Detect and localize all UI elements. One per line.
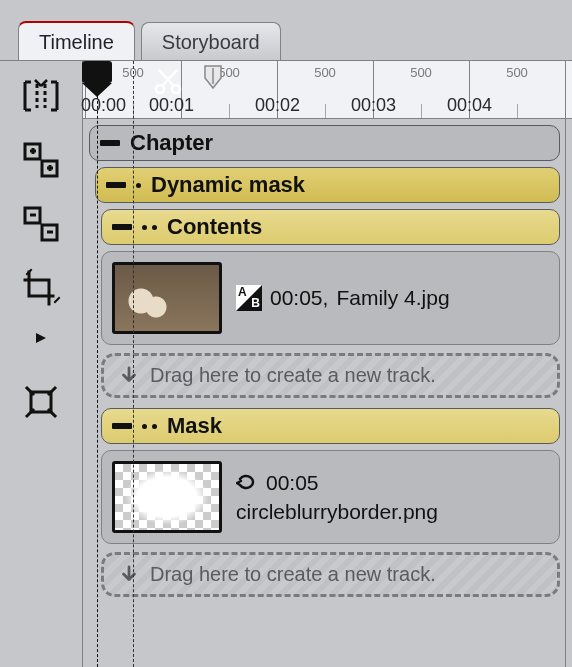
crop-tool[interactable]	[20, 267, 62, 309]
tab-storyboard[interactable]: Storyboard	[141, 22, 281, 60]
ruler-major-label: 00:03	[351, 95, 396, 116]
transition-icon: B	[236, 285, 262, 311]
clip-filename: Family 4.jpg	[336, 283, 449, 312]
clip-filename: circleblurryborder.png	[236, 497, 438, 526]
scissors-icon[interactable]	[153, 66, 183, 100]
zoom-out-all-tool[interactable]	[20, 203, 62, 245]
collapse-icon[interactable]	[106, 182, 126, 188]
ruler-major-label: 00:04	[447, 95, 492, 116]
clip-duration: 00:05,	[270, 283, 328, 312]
dynamic-mask-label: Dynamic mask	[151, 172, 305, 198]
mask-label: Mask	[167, 413, 222, 439]
play-indicator-icon[interactable]	[20, 317, 62, 359]
tool-sidebar	[0, 61, 82, 667]
ruler-major-label: 00:02	[255, 95, 300, 116]
track-marker-icon	[136, 183, 141, 188]
collapse-icon[interactable]	[100, 140, 120, 146]
dropzone-text: Drag here to create a new track.	[150, 563, 436, 586]
tab-timeline[interactable]: Timeline	[18, 21, 135, 60]
chapter-header[interactable]: Chapter	[89, 125, 560, 161]
dynamic-mask-header[interactable]: Dynamic mask	[95, 167, 560, 203]
down-arrow-icon	[118, 365, 140, 387]
playhead[interactable]	[82, 61, 112, 97]
clip-mask[interactable]: 00:05 circleblurryborder.png	[101, 450, 560, 544]
track-marker-icon	[142, 225, 157, 230]
dropzone-text: Drag here to create a new track.	[150, 364, 436, 387]
clip-thumbnail	[112, 262, 222, 334]
fit-tool[interactable]	[20, 381, 62, 423]
view-tabs: Timeline Storyboard	[0, 0, 572, 60]
clip-family[interactable]: B 00:05, Family 4.jpg	[101, 251, 560, 345]
dropzone-contents[interactable]: Drag here to create a new track.	[101, 353, 560, 398]
ruler-minor-label: 500	[506, 65, 528, 80]
ruler-minor-label: 500	[122, 65, 144, 80]
marker-icon[interactable]	[201, 64, 225, 96]
collapse-icon[interactable]	[112, 423, 132, 429]
ruler-minor-label: 500	[410, 65, 432, 80]
panel-edge	[565, 61, 566, 667]
dropzone-mask[interactable]: Drag here to create a new track.	[101, 552, 560, 597]
contents-header[interactable]: Contents	[101, 209, 560, 245]
loop-icon	[236, 471, 258, 493]
clip-duration: 00:05	[266, 468, 319, 497]
clip-thumbnail	[112, 461, 222, 533]
ruler-minor-label: 500	[314, 65, 336, 80]
split-tool[interactable]	[20, 75, 62, 117]
mask-header[interactable]: Mask	[101, 408, 560, 444]
ruler-major-label: 00:00	[81, 95, 126, 116]
contents-label: Contents	[167, 214, 262, 240]
track-marker-icon	[142, 424, 157, 429]
zoom-in-all-tool[interactable]	[20, 139, 62, 181]
time-ruler[interactable]: 00:00 500 00:01 500 00:02 500 00:03 500 …	[83, 61, 572, 119]
collapse-icon[interactable]	[112, 224, 132, 230]
chapter-label: Chapter	[130, 130, 213, 156]
down-arrow-icon	[118, 564, 140, 586]
tracks-panel: Chapter Dynamic mask Contents B 00:05,	[83, 119, 572, 619]
